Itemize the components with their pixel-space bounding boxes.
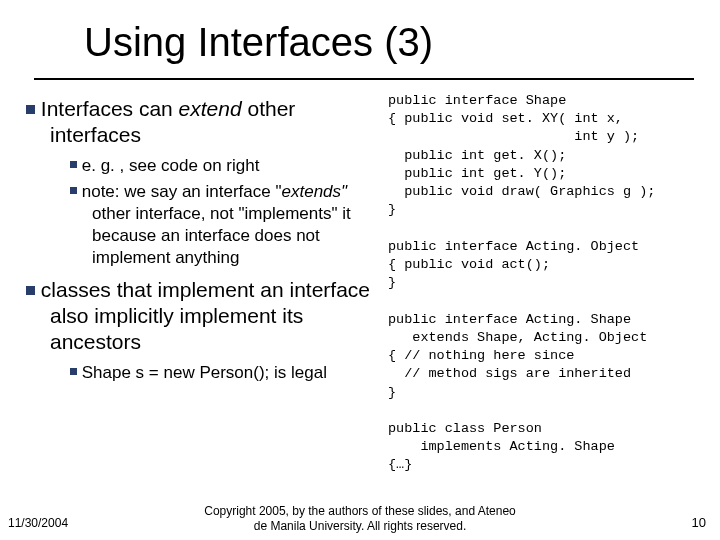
code-block: public interface Shape { public void set… (388, 92, 718, 475)
bullet-icon (70, 187, 77, 194)
footer-copy-line1: Copyright 2005, by the authors of these … (204, 504, 516, 518)
bullet-1b-em: extends" (282, 182, 348, 201)
bullet-2a-text: Shape s = new Person(); is legal (82, 363, 327, 382)
slide: Using Interfaces (3) Interfaces can exte… (0, 0, 720, 540)
bullet-1a: e. g. , see code on right (20, 155, 380, 177)
bullet-2a: Shape s = new Person(); is legal (20, 362, 380, 384)
bullet-1a-text: e. g. , see code on right (82, 156, 260, 175)
bullet-1b: note: we say an interface "extends" othe… (20, 181, 380, 269)
bullet-1b-post: other interface, not "implements" it bec… (92, 204, 351, 267)
bullet-icon (26, 286, 35, 295)
title-bar: Using Interfaces (3) (34, 6, 694, 80)
bullet-icon (70, 368, 77, 375)
slide-title: Using Interfaces (3) (84, 20, 433, 65)
footer-copy-line2: de Manila University. All rights reserve… (254, 519, 467, 533)
bullet-2-text: classes that implement an interface also… (41, 278, 370, 354)
bullet-2: classes that implement an interface also… (20, 277, 380, 356)
footer-copyright: Copyright 2005, by the authors of these … (0, 504, 720, 534)
bullet-icon (70, 161, 77, 168)
bullet-icon (26, 105, 35, 114)
bullet-1-pre: Interfaces can (41, 97, 179, 120)
slide-number: 10 (692, 515, 706, 530)
bullet-1-em: extend (179, 97, 242, 120)
body-content: Interfaces can extend other interfaces e… (20, 88, 380, 388)
bullet-1b-pre: note: we say an interface " (82, 182, 282, 201)
bullet-1: Interfaces can extend other interfaces (20, 96, 380, 149)
